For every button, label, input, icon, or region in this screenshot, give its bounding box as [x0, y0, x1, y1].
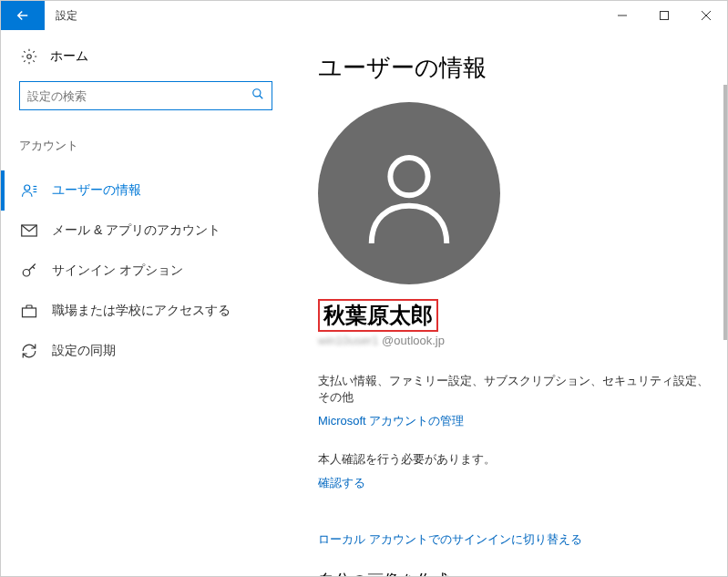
svg-rect-13 — [23, 308, 36, 317]
nav-work-school[interactable]: 職場または学校にアクセスする — [19, 291, 283, 331]
close-icon — [702, 11, 711, 20]
window-controls — [601, 1, 727, 30]
local-account-link[interactable]: ローカル アカウントでのサインインに切り替える — [318, 531, 709, 548]
page-title: ユーザーの情報 — [318, 52, 709, 84]
home-link[interactable]: ホーム — [19, 48, 283, 65]
username: 秋葉原太郎 — [323, 301, 433, 330]
svg-line-6 — [260, 96, 263, 99]
nav-email-accounts[interactable]: メール & アプリのアカウント — [19, 211, 283, 251]
titlebar: 設定 — [1, 1, 727, 30]
nav-label: 職場または学校にアクセスする — [52, 303, 231, 319]
section-label: アカウント — [19, 138, 283, 154]
nav-user-info[interactable]: ユーザーの情報 — [19, 170, 283, 211]
scrollbar[interactable] — [723, 85, 727, 340]
home-label: ホーム — [50, 48, 88, 65]
back-arrow-icon — [15, 7, 31, 24]
svg-point-5 — [253, 89, 261, 97]
main-content: ユーザーの情報 秋葉原太郎 win10user1 @outlook.jp 支払い… — [283, 30, 727, 576]
person-icon — [359, 143, 459, 243]
manage-account-link[interactable]: Microsoft アカウントの管理 — [318, 413, 709, 429]
email: win10user1 @outlook.jp — [318, 334, 709, 347]
mail-icon — [21, 224, 37, 237]
username-highlight: 秋葉原太郎 — [318, 299, 438, 332]
email-user-blurred: win10user1 — [318, 334, 379, 347]
back-button[interactable] — [1, 1, 45, 30]
verify-link[interactable]: 確認する — [318, 475, 709, 491]
account-desc: 支払い情報、ファミリー設定、サブスクリプション、セキュリティ設定、その他 — [318, 373, 709, 406]
search-input[interactable] — [27, 89, 251, 103]
nav-sync[interactable]: 設定の同期 — [19, 331, 283, 371]
email-domain: @outlook.jp — [379, 334, 445, 347]
svg-rect-1 — [661, 12, 669, 20]
briefcase-icon — [21, 304, 37, 318]
sidebar: ホーム アカウント ユーザーの情報 メール & アプリのアカウント サインイン … — [1, 30, 283, 576]
minimize-button[interactable] — [601, 1, 643, 30]
avatar — [318, 102, 500, 284]
nav-label: 設定の同期 — [52, 343, 116, 359]
nav-label: メール & アプリのアカウント — [52, 222, 220, 239]
search-box[interactable] — [19, 81, 272, 110]
search-icon — [251, 88, 264, 104]
maximize-icon — [660, 11, 669, 20]
sync-icon — [21, 343, 37, 359]
nav-label: ユーザーの情報 — [52, 182, 141, 199]
svg-point-7 — [25, 185, 30, 191]
user-icon — [21, 182, 37, 199]
svg-point-4 — [27, 55, 32, 59]
nav-signin-options[interactable]: サインイン オプション — [19, 251, 283, 291]
window-title: 設定 — [45, 8, 77, 24]
close-button[interactable] — [685, 1, 727, 30]
create-image-heading: 自分の画像を作成 — [318, 570, 709, 576]
svg-point-14 — [390, 158, 427, 195]
nav-label: サインイン オプション — [52, 263, 183, 279]
verify-desc: 本人確認を行う必要があります。 — [318, 451, 709, 468]
key-icon — [21, 263, 37, 279]
gear-icon — [21, 48, 37, 65]
minimize-icon — [618, 11, 627, 20]
maximize-button[interactable] — [643, 1, 685, 30]
